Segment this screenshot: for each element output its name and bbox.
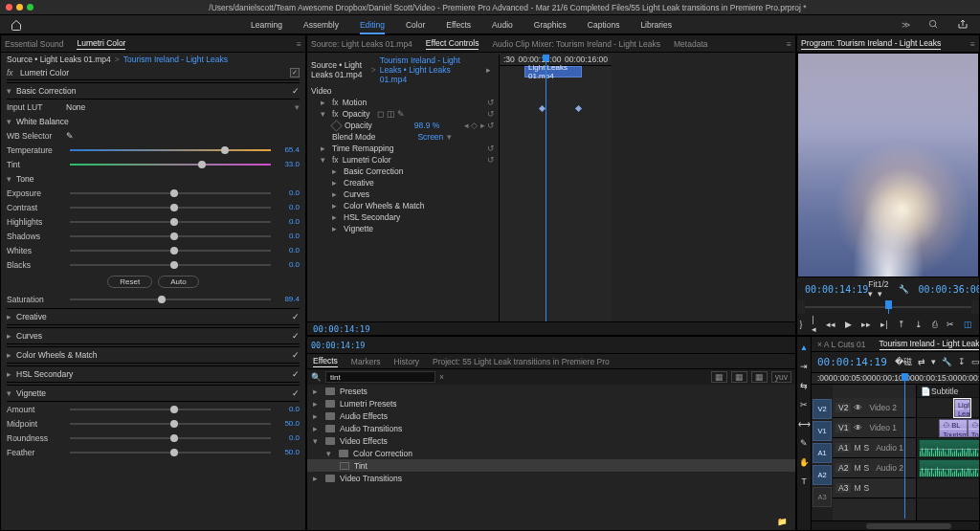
keyframe-nav[interactable]: ◂ ◇ ▸ ↺ <box>464 121 495 130</box>
project-tab[interactable]: Effects <box>313 356 338 367</box>
ec-property-row[interactable]: ▾fxOpacity◻ ◫ ✎↺ <box>307 108 499 120</box>
tone-value[interactable]: 0.0 <box>275 260 300 269</box>
tone-value[interactable]: 0.0 <box>275 232 300 240</box>
effect-folder[interactable]: ▸Presets <box>307 385 795 397</box>
track-header-V1[interactable]: V1👁Video 1 <box>833 418 916 438</box>
disclosure-triangle-icon[interactable]: ▸ <box>332 224 340 233</box>
workspace-tab-effects[interactable]: Effects <box>446 20 471 30</box>
track-lane-A3[interactable] <box>917 478 980 498</box>
program-scrubber[interactable] <box>805 300 971 314</box>
section-vignette[interactable]: ▾Vignette ✓ <box>7 385 300 402</box>
program-playhead[interactable] <box>888 300 889 314</box>
tone-value[interactable]: 0.0 <box>275 188 300 197</box>
tone-slider[interactable] <box>70 259 271 271</box>
tone-value[interactable]: 0.0 <box>275 203 300 211</box>
keyframe-diamond-icon[interactable] <box>539 105 546 112</box>
ec-property-row[interactable]: ▸Color Wheels & Match <box>307 200 499 211</box>
disclosure-triangle-icon[interactable]: ▸ <box>332 201 340 210</box>
project-tab[interactable]: Markers <box>351 357 381 366</box>
disclosure-triangle-icon[interactable]: ▸ <box>313 411 321 421</box>
vignette-value[interactable]: 50.0 <box>275 448 300 456</box>
overwrite-icon[interactable]: ▭ <box>971 357 980 368</box>
extract-button[interactable]: ⤓ <box>915 318 923 331</box>
workspace-tab-color[interactable]: Color <box>406 20 425 30</box>
workspace-tab-audio[interactable]: Audio <box>492 20 513 30</box>
disclosure-triangle-icon[interactable]: ▸ <box>321 144 328 153</box>
vignette-slider[interactable] <box>70 432 271 444</box>
program-zoom-select[interactable]: Fit ▾ <box>868 279 877 299</box>
linked-selection-icon[interactable]: ⇄ <box>918 357 925 368</box>
lumetri-tab[interactable]: Lumetri Color <box>77 38 125 50</box>
track-header-V2[interactable]: V2👁Video 2 <box>833 398 916 418</box>
effect-type-badge[interactable]: yuv <box>771 371 791 383</box>
ec-sequence-label[interactable]: Tourism Ireland - Light Leaks • Light Le… <box>380 55 479 84</box>
workspace-tab-assembly[interactable]: Assembly <box>303 20 339 30</box>
ec-tab[interactable]: Source: Light Leaks 01.mp4 <box>311 39 412 49</box>
ec-property-row[interactable]: ▸HSL Secondary <box>307 211 499 223</box>
mute-icon[interactable]: M <box>854 483 860 493</box>
video-clip[interactable]: ⦵ BL Tourism 9 - Kelly Lacy.mp4 <box>968 419 980 437</box>
ec-property-row[interactable]: Opacity98.9 %◂ ◇ ▸ ↺ <box>307 120 499 131</box>
effect-folder[interactable]: ▸Audio Transitions <box>307 422 795 434</box>
play-button[interactable]: ▶ <box>845 318 852 331</box>
selection-tool[interactable]: ▲ <box>797 341 811 354</box>
solo-icon[interactable]: S <box>864 443 870 453</box>
disclosure-triangle-icon[interactable]: ▾ <box>321 155 328 165</box>
type-tool[interactable]: T <box>797 475 811 488</box>
timeline-playhead[interactable] <box>904 373 905 385</box>
ec-tab[interactable]: Metadata <box>674 39 707 49</box>
lumetri-master-checkbox[interactable]: ✓ <box>290 68 300 77</box>
effect-type-badge[interactable]: ▦ <box>731 371 747 383</box>
solo-icon[interactable]: S <box>864 463 870 473</box>
section-basic-correction[interactable]: ▾Basic Correction ✓ <box>7 82 300 100</box>
project-tab[interactable]: History <box>394 357 419 366</box>
vignette-value[interactable]: 0.0 <box>275 405 300 413</box>
workspace-overflow-icon[interactable]: ≫ <box>900 20 911 30</box>
disclosure-triangle-icon[interactable]: ▸ <box>332 178 340 188</box>
workspace-tab-learning[interactable]: Learning <box>251 20 282 30</box>
reset-icon[interactable]: ↺ <box>487 144 495 153</box>
subtitle-track[interactable]: 📄 Subtitle <box>917 385 980 398</box>
ec-tab[interactable]: Audio Clip Mixer: Tourism Ireland - Ligh… <box>492 39 660 49</box>
track-target[interactable]: V2 <box>835 403 851 412</box>
eye-icon[interactable]: 👁 <box>854 403 862 412</box>
source-patch-A1[interactable]: A1 <box>813 443 832 463</box>
sequence-tab[interactable]: Tourism Ireland - Light Leaks <box>880 339 981 350</box>
ec-property-row[interactable]: ▸fxMotion↺ <box>307 97 499 108</box>
tone-value[interactable]: 0.0 <box>275 246 300 254</box>
ec-property-row[interactable]: ▸Basic Correction <box>307 166 499 177</box>
vignette-value[interactable]: 50.0 <box>275 419 300 428</box>
track-header-A2[interactable]: A2MSAudio 2 <box>833 458 916 478</box>
ec-play-arrow-icon[interactable]: ▸ <box>486 65 491 75</box>
step-back-button[interactable]: |◂ <box>812 318 816 331</box>
workspace-tab-libraries[interactable]: Libraries <box>640 20 672 30</box>
clear-search-icon[interactable]: × <box>439 372 444 382</box>
disclosure-triangle-icon[interactable]: ▸ <box>313 474 321 483</box>
track-select-tool[interactable]: ⇥ <box>797 360 811 373</box>
program-timecode[interactable]: 00:00:14:19 <box>805 284 868 295</box>
export-button[interactable]: ⎙ <box>932 318 937 331</box>
source-patch-V1[interactable]: V1 <box>813 421 832 441</box>
track-target[interactable]: A1 <box>835 443 851 453</box>
section-checkbox[interactable]: ✓ <box>292 312 300 321</box>
keyframe-diamond-icon[interactable] <box>575 105 582 112</box>
disclosure-triangle-icon[interactable]: ▾ <box>326 449 334 458</box>
track-lanes[interactable]: 📄 Subtitle Light Leaks 01.mp4⦵ BL Touris… <box>917 385 980 520</box>
razor-tool[interactable]: ✂ <box>797 398 811 411</box>
hand-tool[interactable]: ✋ <box>797 455 811 469</box>
mute-icon[interactable]: M <box>854 463 860 473</box>
program-resolution-select[interactable]: 1/2 ▾ <box>878 279 889 299</box>
track-lane-A2[interactable] <box>917 458 980 478</box>
workspace-tab-graphics[interactable]: Graphics <box>534 20 567 30</box>
disclosure-triangle-icon[interactable]: ▸ <box>332 166 340 176</box>
vignette-slider[interactable] <box>70 418 271 430</box>
fx-badge-icon[interactable]: fx <box>332 109 339 119</box>
saturation-value[interactable]: 89.4 <box>275 295 300 303</box>
tint-slider[interactable] <box>70 159 271 170</box>
reset-button[interactable]: Reset <box>107 276 152 288</box>
video-clip[interactable]: Light Leaks 01.mp4 <box>954 399 970 417</box>
property-value[interactable]: 98.9 % <box>414 121 439 130</box>
ec-timecode[interactable]: 00:00:14:19 <box>313 324 370 334</box>
panel-menu-icon[interactable]: ≡ <box>970 39 975 49</box>
effect-folder[interactable]: ▾Video Effects <box>307 434 795 447</box>
